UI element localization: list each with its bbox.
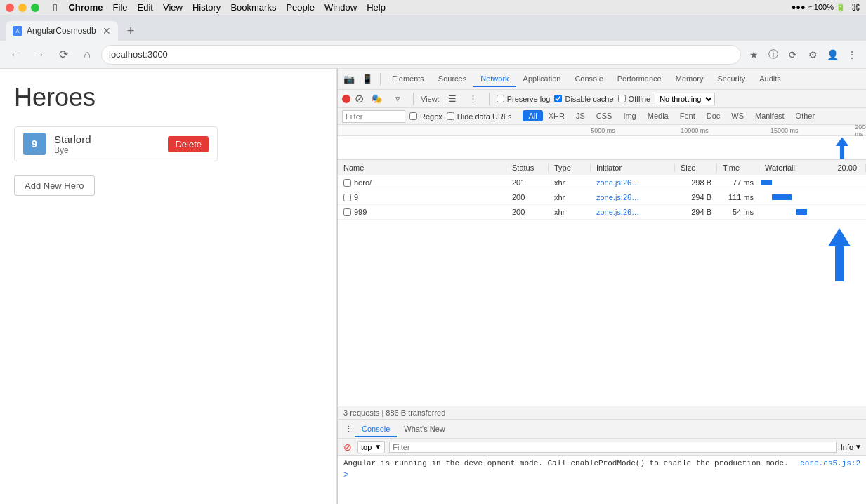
offline-label[interactable]: Offline: [618, 95, 651, 103]
offline-checkbox[interactable]: [618, 95, 626, 102]
filter-tab-all[interactable]: All: [523, 110, 542, 121]
tab-audits[interactable]: Audits: [752, 72, 788, 87]
address-box[interactable]: localhost:3000: [101, 45, 741, 65]
td-initiator-2: zone.js:26…: [591, 208, 675, 216]
td-status-2: 200: [506, 208, 549, 216]
grid-view-icon[interactable]: ⋮: [465, 91, 482, 107]
hide-data-urls-checkbox[interactable]: [447, 112, 454, 120]
profile-icon[interactable]: 👤: [824, 46, 841, 63]
tab-network[interactable]: Network: [473, 72, 516, 87]
filter-tab-doc[interactable]: Doc: [701, 110, 726, 121]
console-tabs: ⋮ Console What's New: [338, 420, 866, 439]
active-tab[interactable]: A AngularCosmosdb ✕: [6, 21, 118, 41]
new-tab-button[interactable]: +: [121, 21, 140, 41]
reload-button[interactable]: ⟳: [53, 45, 73, 65]
console-context-selector[interactable]: top ▼: [357, 441, 385, 453]
hide-data-urls-label[interactable]: Hide data URLs: [447, 112, 512, 121]
network-table-header: Name Status Type Initiator Size Time Wat…: [338, 160, 866, 175]
console-log-source[interactable]: core.es5.js:2: [800, 458, 860, 469]
menu-window[interactable]: Window: [324, 2, 357, 13]
bookmark-icon[interactable]: ★: [745, 46, 762, 63]
filter-tab-media[interactable]: Media: [642, 110, 674, 121]
menu-chrome[interactable]: Chrome: [68, 2, 103, 13]
menu-people[interactable]: People: [286, 2, 314, 13]
console-tab-console[interactable]: Console: [355, 422, 397, 437]
hero-info: Starlord Bye: [54, 133, 159, 155]
console-level-selector[interactable]: Info ▼: [841, 443, 862, 451]
app-area: Heroes 9 Starlord Bye Delete Add New Her…: [0, 69, 337, 504]
refresh-icon[interactable]: ⟳: [785, 46, 801, 63]
menu-edit[interactable]: Edit: [138, 2, 153, 13]
info-icon[interactable]: ⓘ: [765, 46, 782, 63]
table-row[interactable]: 999 200 xhr zone.js:26… 294 B 54 ms: [338, 205, 866, 220]
tab-close-button[interactable]: ✕: [103, 25, 111, 37]
filter-tab-css[interactable]: CSS: [591, 110, 618, 121]
devtools-tabs: Elements Sources Network Application Con…: [385, 72, 788, 87]
filter-tab-js[interactable]: JS: [570, 110, 591, 121]
timeline-graph: [338, 136, 866, 160]
home-button[interactable]: ⌂: [77, 45, 97, 65]
preserve-log-checkbox[interactable]: [497, 95, 504, 102]
disable-cache-checkbox[interactable]: [554, 95, 562, 102]
extensions-icon[interactable]: ⚙: [804, 46, 821, 63]
hero-id-badge: 9: [23, 133, 46, 155]
requests-count: 3 requests | 886 B transferred: [343, 409, 445, 417]
svg-marker-1: [828, 228, 851, 281]
filter-tab-ws[interactable]: WS: [726, 110, 749, 121]
add-hero-button[interactable]: Add New Hero: [14, 175, 95, 196]
row-checkbox-1[interactable]: [343, 194, 351, 201]
record-button[interactable]: [342, 95, 350, 103]
filter-button[interactable]: ▿: [389, 91, 406, 107]
list-view-icon[interactable]: ☰: [444, 91, 461, 107]
console-tab-whats-new[interactable]: What's New: [397, 422, 452, 437]
menu-icon[interactable]: ⋮: [844, 46, 860, 63]
minimize-button[interactable]: [18, 4, 27, 12]
console-prompt[interactable]: >: [343, 469, 860, 482]
capture-screenshots-button[interactable]: 🎭: [368, 91, 385, 107]
hero-card[interactable]: 9 Starlord Bye Delete: [14, 126, 218, 161]
menu-history[interactable]: History: [192, 2, 221, 13]
row-checkbox-2[interactable]: [343, 208, 351, 216]
devtools-inspect-icon[interactable]: 📷: [341, 71, 357, 88]
tab-sources[interactable]: Sources: [431, 72, 473, 87]
tab-elements[interactable]: Elements: [385, 72, 431, 87]
regex-checkbox[interactable]: [409, 112, 417, 120]
console-options-button[interactable]: ⋮: [342, 423, 355, 436]
tab-security[interactable]: Security: [710, 72, 752, 87]
forward-button[interactable]: →: [29, 45, 49, 65]
menu-bookmarks[interactable]: Bookmarks: [230, 2, 276, 13]
table-row[interactable]: 9 200 xhr zone.js:26… 294 B 111 ms: [338, 190, 866, 205]
devtools-device-icon[interactable]: 📱: [359, 71, 376, 88]
th-time: Time: [717, 164, 759, 172]
apple-menu[interactable]: : [53, 1, 57, 13]
throttle-select[interactable]: No throttling: [655, 93, 715, 105]
console-filter-input[interactable]: [389, 442, 837, 453]
filter-tab-xhr[interactable]: XHR: [543, 110, 570, 121]
console-clear-button[interactable]: ⊘: [342, 442, 353, 453]
preserve-log-label[interactable]: Preserve log: [497, 95, 551, 103]
tab-performance[interactable]: Performance: [610, 72, 669, 87]
menu-file[interactable]: File: [113, 2, 128, 13]
filter-input[interactable]: [342, 110, 405, 123]
tab-console[interactable]: Console: [568, 72, 610, 87]
menu-view[interactable]: View: [163, 2, 183, 13]
menu-help[interactable]: Help: [367, 2, 386, 13]
tab-application[interactable]: Application: [516, 72, 568, 87]
filter-tab-manifest[interactable]: Manifest: [749, 110, 790, 121]
th-waterfall: Waterfall 20.00: [759, 164, 866, 172]
table-row[interactable]: hero/ 201 xhr zone.js:26… 298 B 77 ms: [338, 175, 866, 190]
row-checkbox-0[interactable]: [343, 179, 351, 187]
disable-cache-label[interactable]: Disable cache: [554, 95, 613, 103]
timeline-mark-3: 15000 ms: [770, 127, 799, 134]
filter-tab-font[interactable]: Font: [674, 110, 701, 121]
close-button[interactable]: [6, 4, 14, 12]
regex-label[interactable]: Regex: [409, 112, 442, 121]
td-type-2: xhr: [549, 208, 591, 216]
back-button[interactable]: ←: [6, 45, 25, 65]
filter-tab-img[interactable]: Img: [617, 110, 641, 121]
delete-hero-button[interactable]: Delete: [168, 136, 209, 152]
maximize-button[interactable]: [31, 4, 39, 12]
filter-tab-other[interactable]: Other: [790, 110, 821, 121]
tab-memory[interactable]: Memory: [669, 72, 711, 87]
clear-button[interactable]: ⊘: [355, 92, 364, 105]
